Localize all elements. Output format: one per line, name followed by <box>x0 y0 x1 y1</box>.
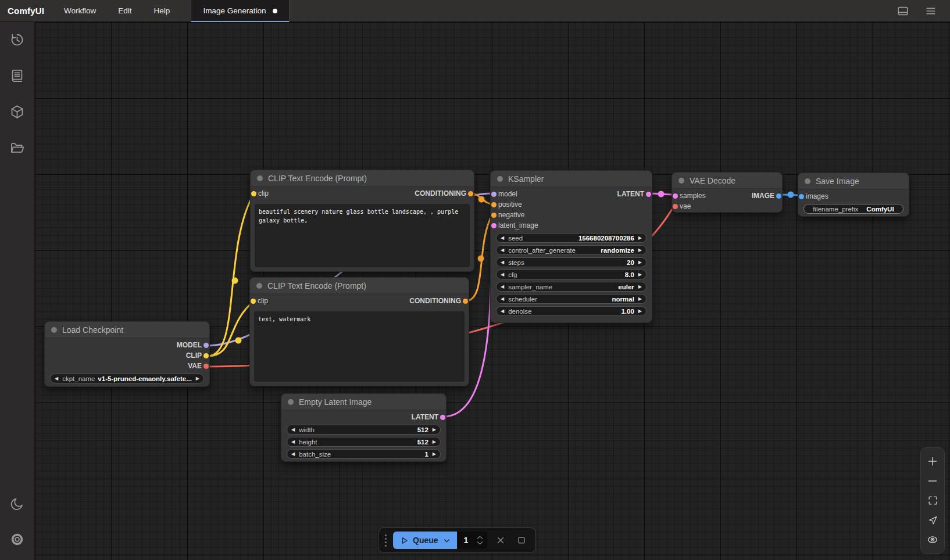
menu-edit[interactable]: Edit <box>118 6 131 15</box>
node-header[interactable]: KSampler <box>491 171 652 187</box>
widget-control-after-generate[interactable]: ◀ control_after_generate randomize ▶ <box>496 245 647 255</box>
increment-arrow-icon[interactable]: ▶ <box>638 236 642 240</box>
collapse-dot[interactable] <box>805 178 810 184</box>
zoom-out-button[interactable] <box>925 473 940 489</box>
input-slot-images[interactable] <box>799 194 804 199</box>
bottom-panel-icon[interactable] <box>897 5 909 17</box>
widget-filename-prefix[interactable]: filename_prefix ComfyUI <box>803 204 903 214</box>
decrement-arrow-icon[interactable]: ◀ <box>501 272 504 277</box>
input-slot-clip[interactable] <box>251 191 256 196</box>
select-mode-button[interactable] <box>925 512 940 527</box>
clear-queue-button[interactable] <box>493 533 508 548</box>
output-slot-conditioning[interactable] <box>463 299 468 304</box>
widget-width[interactable]: ◀ width 512 ▶ <box>287 425 441 435</box>
chevron-down-icon[interactable] <box>442 536 451 545</box>
theme-moon-icon[interactable] <box>9 496 25 512</box>
collapse-dot[interactable] <box>497 176 503 182</box>
node-ksampler[interactable]: KSampler model LATENT positive negative … <box>490 170 652 323</box>
decrement-arrow-icon[interactable]: ◀ <box>291 428 295 432</box>
widget-height[interactable]: ◀ height 512 ▶ <box>287 437 441 447</box>
widget-ckpt-name[interactable]: ◀ ckpt_name v1-5-pruned-emaonly.safete..… <box>50 374 204 383</box>
increment-arrow-icon[interactable]: ▶ <box>638 248 642 253</box>
output-slot-conditioning[interactable] <box>468 191 473 196</box>
negative-prompt-textarea[interactable]: text, watermark <box>254 311 465 382</box>
collapse-dot[interactable] <box>288 399 294 405</box>
stepper-up-icon[interactable] <box>476 535 484 540</box>
output-slot-clip[interactable] <box>203 353 209 358</box>
unsaved-indicator-dot[interactable] <box>273 9 277 13</box>
widget-denoise[interactable]: ◀ denoise 1.00 ▶ <box>496 306 647 316</box>
hamburger-menu-icon[interactable] <box>924 5 937 17</box>
output-slot-vae[interactable] <box>203 364 209 369</box>
settings-gear-icon[interactable] <box>9 532 25 547</box>
node-library-icon[interactable] <box>9 68 25 84</box>
toggle-link-visibility-button[interactable] <box>925 532 940 547</box>
workflows-folder-icon[interactable] <box>9 140 25 156</box>
stop-button[interactable] <box>514 533 529 548</box>
widget-sampler-name[interactable]: ◀ sampler_name euler ▶ <box>496 282 647 292</box>
input-slot-vae[interactable] <box>673 204 678 209</box>
increment-arrow-icon[interactable]: ▶ <box>638 309 642 314</box>
collapse-dot[interactable] <box>257 175 263 181</box>
increment-arrow-icon[interactable]: ▶ <box>433 440 436 444</box>
input-slot-positive[interactable] <box>491 202 497 207</box>
positive-prompt-textarea[interactable]: beautiful scenery nature glass bottle la… <box>255 204 470 267</box>
node-header[interactable]: VAE Decode <box>672 173 782 189</box>
collapse-dot[interactable] <box>51 327 57 333</box>
decrement-arrow-icon[interactable]: ◀ <box>501 309 504 314</box>
increment-arrow-icon[interactable]: ▶ <box>638 285 642 289</box>
collapse-dot[interactable] <box>256 283 262 289</box>
drag-handle-icon[interactable] <box>385 534 387 547</box>
decrement-arrow-icon[interactable]: ◀ <box>501 285 504 289</box>
decrement-arrow-icon[interactable]: ◀ <box>501 260 504 265</box>
menu-workflow[interactable]: Workflow <box>64 6 96 15</box>
decrement-arrow-icon[interactable]: ◀ <box>501 248 504 253</box>
node-save-image[interactable]: Save Image images filename_prefix ComfyU… <box>798 173 909 217</box>
node-empty-latent-image[interactable]: Empty Latent Image LATENT ◀ width 512 ▶ … <box>281 393 447 462</box>
node-clip-text-encode-positive[interactable]: CLIP Text Encode (Prompt) clip CONDITION… <box>250 170 474 272</box>
queue-button[interactable]: Queue <box>393 532 457 549</box>
decrement-arrow-icon[interactable]: ◀ <box>55 376 58 381</box>
history-icon[interactable] <box>9 32 25 48</box>
increment-arrow-icon[interactable]: ▶ <box>638 297 642 301</box>
tab-image-generation[interactable]: Image Generation <box>191 0 290 22</box>
zoom-in-button[interactable] <box>925 454 940 469</box>
collapse-dot[interactable] <box>678 178 684 184</box>
node-header[interactable]: Save Image <box>798 173 909 189</box>
node-header[interactable]: Load Checkpoint <box>45 322 209 338</box>
node-header[interactable]: CLIP Text Encode (Prompt) <box>250 278 469 294</box>
decrement-arrow-icon[interactable]: ◀ <box>291 440 295 444</box>
input-slot-model[interactable] <box>491 192 497 197</box>
fit-view-button[interactable] <box>925 493 940 508</box>
input-slot-latent-image[interactable] <box>491 223 497 228</box>
node-header[interactable]: Empty Latent Image <box>281 394 446 410</box>
node-vae-decode[interactable]: VAE Decode samples IMAGE vae <box>672 172 783 213</box>
widget-seed[interactable]: ◀ seed 156680208700286 ▶ <box>496 233 647 243</box>
widget-batch-size[interactable]: ◀ batch_size 1 ▶ <box>287 449 441 459</box>
output-slot-model[interactable] <box>203 343 209 348</box>
input-slot-clip[interactable] <box>251 299 256 304</box>
increment-arrow-icon[interactable]: ▶ <box>638 260 642 265</box>
output-slot-image[interactable] <box>776 193 781 199</box>
decrement-arrow-icon[interactable]: ◀ <box>501 236 504 240</box>
widget-scheduler[interactable]: ◀ scheduler normal ▶ <box>496 294 647 304</box>
node-clip-text-encode-negative[interactable]: CLIP Text Encode (Prompt) clip CONDITION… <box>249 277 469 386</box>
decrement-arrow-icon[interactable]: ◀ <box>291 452 295 457</box>
increment-arrow-icon[interactable]: ▶ <box>638 272 642 277</box>
stepper-down-icon[interactable] <box>476 541 484 545</box>
widget-cfg[interactable]: ◀ cfg 8.0 ▶ <box>496 270 647 279</box>
output-slot-latent[interactable] <box>646 192 651 197</box>
input-slot-samples[interactable] <box>673 193 678 199</box>
decrement-arrow-icon[interactable]: ◀ <box>501 297 504 301</box>
increment-arrow-icon[interactable]: ▶ <box>196 376 199 381</box>
menu-help[interactable]: Help <box>154 6 170 15</box>
model-library-icon[interactable] <box>9 104 25 120</box>
increment-arrow-icon[interactable]: ▶ <box>433 428 436 432</box>
batch-count-input[interactable]: 1 <box>457 532 487 549</box>
output-slot-latent[interactable] <box>440 415 445 420</box>
input-slot-negative[interactable] <box>491 213 497 218</box>
node-header[interactable]: CLIP Text Encode (Prompt) <box>251 170 474 186</box>
increment-arrow-icon[interactable]: ▶ <box>433 452 436 457</box>
widget-steps[interactable]: ◀ steps 20 ▶ <box>496 257 647 267</box>
node-load-checkpoint[interactable]: Load Checkpoint MODEL CLIP VAE ◀ ckpt_na… <box>44 321 210 387</box>
